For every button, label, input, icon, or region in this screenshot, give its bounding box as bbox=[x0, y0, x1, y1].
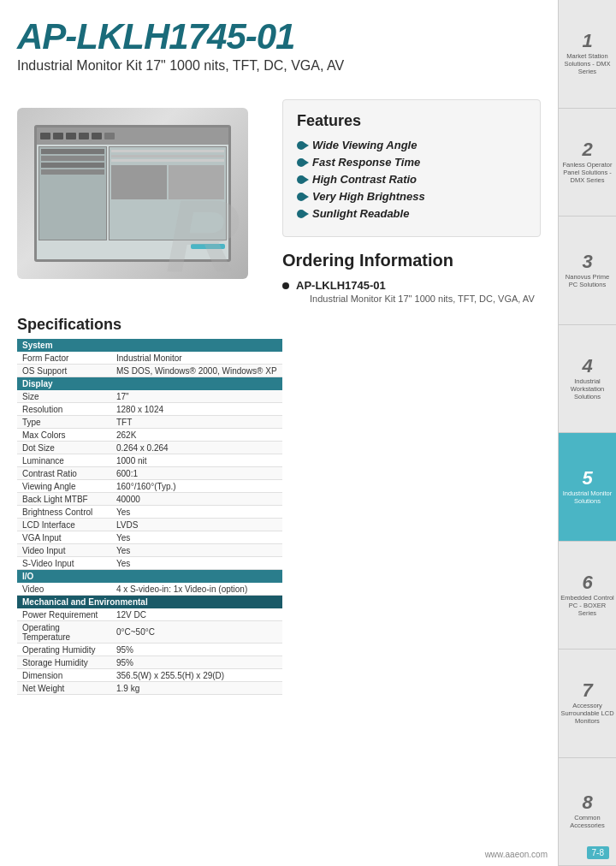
table-row: Viewing Angle 160°/160°(Typ.) bbox=[17, 480, 282, 493]
spec-value: LVDS bbox=[111, 519, 282, 531]
table-row: OS Support MS DOS, Windows® 2000, Window… bbox=[17, 365, 282, 377]
sidebar-item-4[interactable]: 4Industrial Workstation Solutions bbox=[559, 325, 616, 434]
main-content: AP-LKLH1745-01 Industrial Monitor Kit 17… bbox=[0, 0, 558, 866]
header: AP-LKLH1745-01 Industrial Monitor Kit 17… bbox=[0, 0, 558, 82]
spec-value: 4 x S-video-in: 1x Video-in (option) bbox=[111, 583, 282, 596]
spec-value: 17" bbox=[111, 390, 282, 403]
feature-item: Sunlight Readable bbox=[297, 207, 526, 220]
spec-value: 0.264 x 0.264 bbox=[111, 442, 282, 454]
spec-label: Contrast Ratio bbox=[17, 467, 111, 480]
specs-section-display: Display bbox=[17, 377, 282, 391]
table-row: S-Video Input Yes bbox=[17, 557, 282, 570]
specifications-section: Specifications System Form Factor Indust… bbox=[0, 307, 558, 695]
specs-section-mechanical-and-environmental: Mechanical and Environmental bbox=[17, 596, 282, 609]
spec-value: 160°/160°(Typ.) bbox=[111, 480, 282, 493]
features-title: Features bbox=[297, 112, 526, 130]
spec-label: Power Requirement bbox=[17, 608, 111, 621]
table-row: Video Input Yes bbox=[17, 544, 282, 557]
table-row: Operating Humidity 95% bbox=[17, 644, 282, 656]
sidebar-label-6: Embedded Control PC - BOXER Series bbox=[560, 594, 614, 617]
specs-section-system: System bbox=[17, 339, 282, 352]
sidebar-item-7[interactable]: 7Accessory Surroundable LCD Monitors bbox=[559, 650, 616, 758]
table-row: Net Weight 1.9 kg bbox=[17, 682, 282, 695]
spec-value: Yes bbox=[111, 557, 282, 570]
footer-website: www.aaeon.com bbox=[485, 850, 548, 859]
spec-label: Luminance bbox=[17, 454, 111, 467]
table-row: Luminance 1000 nit bbox=[17, 454, 282, 467]
sidebar-num-8: 8 bbox=[582, 793, 592, 812]
spec-label: VGA Input bbox=[17, 531, 111, 544]
feature-bullet bbox=[297, 158, 305, 167]
ordering-title: Ordering Information bbox=[282, 251, 541, 270]
spec-label: Viewing Angle bbox=[17, 480, 111, 493]
sidebar-num-3: 3 bbox=[582, 252, 592, 271]
spec-label: Size bbox=[17, 390, 111, 403]
spec-label: Brightness Control bbox=[17, 506, 111, 519]
features-box: Features Wide Viewing AngleFast Response… bbox=[282, 99, 541, 237]
spec-label: OS Support bbox=[17, 365, 111, 377]
table-row: Form Factor Industrial Monitor bbox=[17, 352, 282, 365]
ordering-box: Ordering Information AP-LKLH1745-01 Indu… bbox=[282, 237, 541, 304]
spec-value: 1280 x 1024 bbox=[111, 403, 282, 416]
spec-label: Dimension bbox=[17, 669, 111, 682]
feature-text: High Contrast Ratio bbox=[312, 173, 417, 186]
feature-item: Very High Brightness bbox=[297, 190, 526, 203]
table-row: Power Requirement 12V DC bbox=[17, 608, 282, 621]
feature-bullet bbox=[297, 210, 305, 218]
product-title: AP-LKLH1745-01 bbox=[17, 19, 541, 55]
table-row: Storage Humidity 95% bbox=[17, 656, 282, 669]
sidebar-num-4: 4 bbox=[582, 357, 592, 376]
ordering-row: AP-LKLH1745-01 Industrial Monitor Kit 17… bbox=[282, 279, 541, 304]
ordering-list: AP-LKLH1745-01 Industrial Monitor Kit 17… bbox=[282, 279, 541, 304]
sidebar-item-6[interactable]: 6Embedded Control PC - BOXER Series bbox=[559, 542, 616, 650]
spec-label: S-Video Input bbox=[17, 557, 111, 570]
spec-label: Video Input bbox=[17, 544, 111, 557]
feature-item: Wide Viewing Angle bbox=[297, 139, 526, 151]
sidebar-num-7: 7 bbox=[582, 681, 592, 700]
sidebar-label-3: Nanovus Prime PC Solutions bbox=[560, 273, 614, 288]
table-row: Back Light MTBF 40000 bbox=[17, 493, 282, 506]
spec-value: MS DOS, Windows® 2000, Windows® XP bbox=[111, 365, 282, 377]
right-sidebar: 1Market Station Solutions - DMX Series2F… bbox=[558, 0, 616, 866]
sidebar-item-2[interactable]: 2Fanless Operator Panel Solutions - DMX … bbox=[559, 109, 616, 217]
feature-item: High Contrast Ratio bbox=[297, 173, 526, 186]
spec-value: 600:1 bbox=[111, 467, 282, 480]
spec-label: Operating Temperature bbox=[17, 621, 111, 644]
specs-table: System Form Factor Industrial Monitor OS… bbox=[17, 339, 282, 695]
spec-value: Yes bbox=[111, 531, 282, 544]
spec-value: Yes bbox=[111, 544, 282, 557]
sidebar-label-5: Industrial Monitor Solutions bbox=[560, 489, 614, 505]
content-row: R Features Wide Viewing AngleFast Respon… bbox=[0, 82, 558, 307]
watermark: R bbox=[165, 185, 240, 279]
ordering-product-desc: Industrial Monitor Kit 17" 1000 nits, TF… bbox=[296, 294, 535, 304]
spec-value: 40000 bbox=[111, 493, 282, 506]
monitor-image: R bbox=[17, 108, 248, 279]
sidebar-item-3[interactable]: 3Nanovus Prime PC Solutions bbox=[559, 216, 616, 325]
spec-label: Form Factor bbox=[17, 352, 111, 365]
ordering-product-code: AP-LKLH1745-01 bbox=[296, 279, 535, 292]
spec-value: 262K bbox=[111, 429, 282, 442]
table-row: Video 4 x S-video-in: 1x Video-in (optio… bbox=[17, 583, 282, 596]
sidebar-label-7: Accessory Surroundable LCD Monitors bbox=[560, 702, 614, 725]
feature-text: Wide Viewing Angle bbox=[312, 139, 417, 151]
table-row: Operating Temperature 0°C~50°C bbox=[17, 621, 282, 644]
specs-title: Specifications bbox=[17, 316, 541, 334]
spec-value: 1.9 kg bbox=[111, 682, 282, 695]
sidebar-label-4: Industrial Workstation Solutions bbox=[560, 377, 614, 400]
sidebar-label-2: Fanless Operator Panel Solutions - DMX S… bbox=[560, 161, 614, 184]
table-row: Dot Size 0.264 x 0.264 bbox=[17, 442, 282, 454]
table-row: Contrast Ratio 600:1 bbox=[17, 467, 282, 480]
spec-value: Yes bbox=[111, 506, 282, 519]
page-number: 7-8 bbox=[587, 846, 609, 859]
feature-bullet bbox=[297, 175, 305, 184]
sidebar-item-5[interactable]: 5Industrial Monitor Solutions bbox=[559, 433, 616, 542]
sidebar-label-1: Market Station Solutions - DMX Series bbox=[560, 52, 614, 75]
spec-value: 0°C~50°C bbox=[111, 621, 282, 644]
spec-label: Operating Humidity bbox=[17, 644, 111, 656]
sidebar-num-5: 5 bbox=[582, 469, 592, 488]
spec-value: 95% bbox=[111, 656, 282, 669]
feature-item: Fast Response Time bbox=[297, 156, 526, 169]
spec-label: Storage Humidity bbox=[17, 656, 111, 669]
sidebar-item-1[interactable]: 1Market Station Solutions - DMX Series bbox=[559, 0, 616, 109]
sidebar-num-6: 6 bbox=[582, 573, 592, 592]
